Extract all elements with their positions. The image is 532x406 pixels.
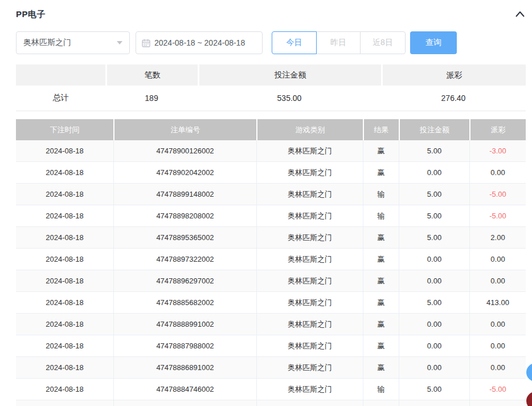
caret-down-icon bbox=[117, 41, 122, 44]
table-cell: 47478887988002 bbox=[113, 335, 256, 357]
table-cell: 0.00 bbox=[399, 270, 469, 292]
bet-records-table: 下注时间 注单编号 游戏类别 结果 投注金额 派彩 2024-08-184747… bbox=[16, 119, 526, 406]
summary-header-empty bbox=[16, 64, 105, 86]
yesterday-button[interactable]: 昨日 bbox=[316, 31, 361, 54]
table-cell: 47478899148002 bbox=[113, 184, 256, 205]
table-cell: 奥林匹斯之门 bbox=[256, 335, 363, 357]
table-cell: 赢 bbox=[363, 249, 399, 270]
table-cell: 奥林匹斯之门 bbox=[256, 292, 363, 314]
table-row: 2024-08-1847478886891002奥林匹斯之门赢0.000.00 bbox=[16, 357, 526, 379]
table-cell: 2024-08-18 bbox=[16, 140, 113, 162]
table-cell: -3.00 bbox=[469, 140, 526, 162]
table-cell: 0.00 bbox=[469, 314, 526, 335]
table-cell: 2024-08-18 bbox=[16, 357, 113, 379]
summary-header-bet-amount: 投注金额 bbox=[198, 64, 381, 86]
table-row: 2024-08-1847478896297002奥林匹斯之门赢0.000.00 bbox=[16, 270, 526, 292]
table-cell: 47478902042002 bbox=[113, 162, 256, 184]
table-cell: 赢 bbox=[363, 357, 399, 379]
table-cell: 2024-08-18 bbox=[16, 292, 113, 314]
table-cell: 47478884746002 bbox=[113, 379, 256, 400]
table-cell: -5.00 bbox=[469, 205, 526, 227]
table-cell bbox=[16, 400, 113, 406]
col-header-game-category: 游戏类别 bbox=[256, 119, 363, 140]
table-cell: 奥林匹斯之门 bbox=[256, 205, 363, 227]
last8days-button[interactable]: 近8日 bbox=[360, 31, 406, 54]
table-cell: 赢 bbox=[363, 314, 399, 335]
table-cell: 0.00 bbox=[469, 270, 526, 292]
table-cell: 0.00 bbox=[399, 162, 469, 184]
table-cell bbox=[363, 400, 399, 406]
table-row: 2024-08-1847478897322002奥林匹斯之门赢0.000.00 bbox=[16, 249, 526, 270]
table-row: 2024-08-1847478885682002奥林匹斯之门赢5.00413.0… bbox=[16, 292, 526, 314]
table-cell: 5.00 bbox=[399, 140, 469, 162]
table-cell: 赢 bbox=[363, 162, 399, 184]
table-cell: 47478895365002 bbox=[113, 227, 256, 249]
table-cell: 0.00 bbox=[399, 357, 469, 379]
table-cell: 输 bbox=[363, 379, 399, 400]
table-cell: 2024-08-18 bbox=[16, 379, 113, 400]
table-cell: 2024-08-18 bbox=[16, 162, 113, 184]
table-cell: 奥林匹斯之门 bbox=[256, 379, 363, 400]
filter-bar: 奥林匹斯之门 2024-08-18 ~ 2024-08-18 今日 昨日 近8日… bbox=[16, 31, 526, 54]
table-row: 2024-08-1847478899148002奥林匹斯之门输5.00-5.00 bbox=[16, 184, 526, 205]
table-row: 2024-08-1847478887988002奥林匹斯之门赢0.000.00 bbox=[16, 335, 526, 357]
table-cell: 5.00 bbox=[399, 292, 469, 314]
table-cell: 47478886891002 bbox=[113, 357, 256, 379]
col-header-bet-number: 注单编号 bbox=[113, 119, 256, 140]
table-cell: 输 bbox=[363, 205, 399, 227]
game-select[interactable]: 奥林匹斯之门 bbox=[16, 31, 130, 54]
today-button[interactable]: 今日 bbox=[272, 31, 317, 54]
quick-range-button-group: 今日 昨日 近8日 bbox=[272, 31, 406, 54]
summary-table: 笔数 投注金额 派彩 总计 189 535.00 276.40 bbox=[16, 64, 526, 111]
table-cell: 奥林匹斯之门 bbox=[256, 270, 363, 292]
table-cell: 0.00 bbox=[399, 249, 469, 270]
table-cell bbox=[113, 400, 256, 406]
table-cell: 5.00 bbox=[399, 205, 469, 227]
table-cell: 47478896297002 bbox=[113, 270, 256, 292]
panel-header: PP电子 bbox=[16, 8, 526, 21]
query-button[interactable]: 查询 bbox=[410, 31, 457, 54]
table-header-row: 下注时间 注单编号 游戏类别 结果 投注金额 派彩 bbox=[16, 119, 526, 140]
table-cell: 0.00 bbox=[469, 162, 526, 184]
table-cell: 0.00 bbox=[469, 335, 526, 357]
table-row: 2024-08-1847478895365002奥林匹斯之门赢5.002.00 bbox=[16, 227, 526, 249]
date-range-value: 2024-08-18 ~ 2024-08-18 bbox=[154, 38, 245, 47]
summary-total-payout: 276.40 bbox=[381, 86, 526, 111]
table-cell: 0.00 bbox=[469, 357, 526, 379]
table-cell: 奥林匹斯之门 bbox=[256, 357, 363, 379]
table-cell: 2024-08-18 bbox=[16, 184, 113, 205]
table-row: 2024-08-1847478902042002奥林匹斯之门赢0.000.00 bbox=[16, 162, 526, 184]
date-range-input[interactable]: 2024-08-18 ~ 2024-08-18 bbox=[136, 31, 263, 54]
collapse-panel-button[interactable] bbox=[514, 9, 526, 20]
summary-header-count: 笔数 bbox=[105, 64, 198, 86]
summary-header-payout: 派彩 bbox=[381, 64, 526, 86]
table-cell: 奥林匹斯之门 bbox=[256, 227, 363, 249]
chevron-up-icon bbox=[515, 11, 525, 17]
table-row: 2024-08-1847478898208002奥林匹斯之门输5.00-5.00 bbox=[16, 205, 526, 227]
table-cell: 2.00 bbox=[469, 227, 526, 249]
table-cell: 413.00 bbox=[469, 292, 526, 314]
table-cell: 赢 bbox=[363, 270, 399, 292]
col-header-result: 结果 bbox=[363, 119, 399, 140]
table-cell: 47478885682002 bbox=[113, 292, 256, 314]
table-cell: 5.00 bbox=[399, 227, 469, 249]
table-row: 2024-08-1847478888991002奥林匹斯之门赢0.000.00 bbox=[16, 314, 526, 335]
bet-table-body: 2024-08-1847478900126002奥林匹斯之门赢5.00-3.00… bbox=[16, 140, 526, 406]
table-cell: 赢 bbox=[363, 227, 399, 249]
table-cell: 2024-08-18 bbox=[16, 335, 113, 357]
table-cell: 2024-08-18 bbox=[16, 227, 113, 249]
table-cell: 奥林匹斯之门 bbox=[256, 140, 363, 162]
table-cell: 奥林匹斯之门 bbox=[256, 400, 363, 406]
summary-total-label: 总计 bbox=[16, 86, 105, 111]
table-cell: 5.00 bbox=[399, 379, 469, 400]
table-cell: 2024-08-18 bbox=[16, 249, 113, 270]
table-cell: 47478898208002 bbox=[113, 205, 256, 227]
table-cell: 2024-08-18 bbox=[16, 314, 113, 335]
calendar-icon bbox=[142, 39, 150, 47]
table-row: 2024-08-1847478900126002奥林匹斯之门赢5.00-3.00 bbox=[16, 140, 526, 162]
table-cell: 奥林匹斯之门 bbox=[256, 162, 363, 184]
table-cell: -5.00 bbox=[469, 184, 526, 205]
table-cell: 奥林匹斯之门 bbox=[256, 249, 363, 270]
summary-total-count: 189 bbox=[105, 86, 198, 111]
table-cell: 47478900126002 bbox=[113, 140, 256, 162]
